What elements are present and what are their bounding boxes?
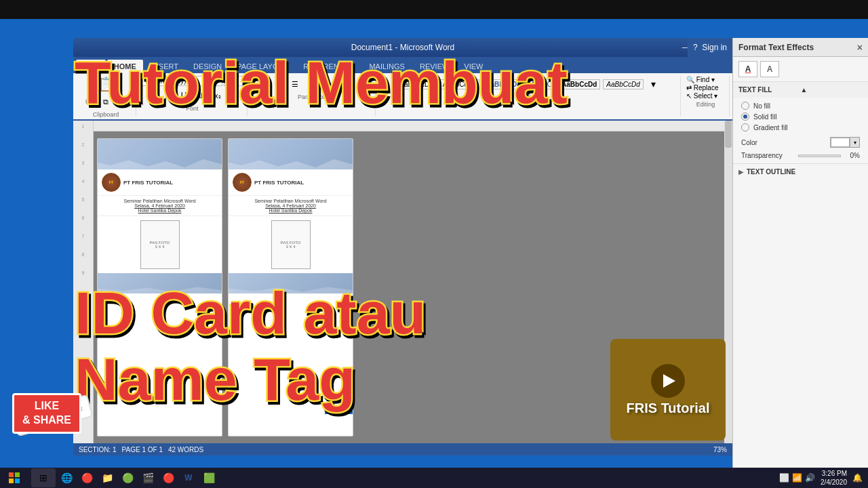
card1-company-row: FT PT FRIS TUTORIAL [98,169,222,196]
card2-footer-wave [229,285,353,293]
card2-date: Selasa, 4 Februari 2020 [233,203,349,208]
align-center-button[interactable]: ≡ [321,76,337,92]
superscript-button[interactable]: x² [226,87,243,104]
peserta-badge: PESERTA [325,407,353,414]
card2-company-name: PT FRIS TUTORIAL [254,180,304,186]
text-fill-icon[interactable]: A [738,61,757,77]
solid-fill-option[interactable]: Solid fill [741,113,860,121]
no-fill-label: No fill [753,102,770,110]
transparency-slider[interactable] [798,155,841,157]
style-normal[interactable]: AaBbCcDd [396,79,436,89]
bold-button[interactable]: B [142,87,158,104]
copy-button[interactable]: ⧉ [98,94,114,110]
paste-button[interactable]: 📋 [98,76,114,92]
card2-logo: FT [233,173,252,192]
color-swatch[interactable] [830,137,850,148]
taskbar: ⊞ 🌐 🔴 📁 🟢 🎬 🔴 W 🟩 ⬜ 📶 🔊 3:26 PM 2/4/2020… [0,468,868,488]
select-button[interactable]: ↖ Select ▾ [686,92,725,100]
taskbar-volume-icon: 🔊 [805,473,815,483]
font-family-dropdown[interactable]: Calibri (Body) [142,76,222,86]
taskbar-time-text: 3:26 PM [821,469,847,478]
color-dropdown[interactable]: ▾ [850,137,860,148]
share-text: & SHARE [22,413,71,428]
gradient-fill-radio[interactable] [741,123,749,131]
fris-logo-circle [651,364,685,398]
card1-header [98,139,222,169]
status-page: PAGE 1 OF 1 [122,446,163,453]
taskbar-opera-icon[interactable]: 🔴 [77,468,96,487]
underline-button[interactable]: U [176,87,192,104]
card1-date: Selasa, 4 Februari 2020 [102,203,218,208]
word-title-bar: Document1 - Microsoft Word ─ □ ✕ [73,38,732,57]
tab-file[interactable]: FILE [76,60,106,73]
transparency-label: Transparency [741,152,795,159]
text-fill-content: No fill Solid fill Gradient fill Color ▾ [733,98,868,163]
tab-insert[interactable]: INSERT [144,60,185,73]
like-share-container: LIKE & SHARE [12,393,81,434]
taskbar-chrome-icon[interactable]: 🟢 [118,468,137,487]
italic-button[interactable]: I [159,87,175,104]
card1-hotel: Hotel Santika Depok [102,208,218,213]
strikethrough-button[interactable]: ab [193,87,209,104]
panel-title: Format Text Effects [738,43,814,52]
styles-group: AaBbCcDd AaBbCcDd AaBbCcDd AaBbC AaBbCcD… [377,76,681,117]
transparency-row: Transparency 0% [741,152,860,159]
style-strong[interactable]: AaBbCcDd [558,79,600,89]
style-heading2[interactable]: AaBbC [527,79,555,89]
tab-mailings[interactable]: MAILINGS [362,60,412,73]
cut-button[interactable]: ✂ [80,94,96,110]
numbering-button[interactable]: ① [270,76,286,92]
no-fill-radio[interactable] [741,102,749,110]
tab-review[interactable]: REVIEW [413,60,456,73]
card2-info: Seminar Pelatihan Microsoft Word Selasa,… [229,196,353,216]
taskbar-pinned-icons: ⊞ 🌐 🔴 📁 🟢 🎬 🔴 W 🟩 [28,468,221,487]
font-group: Calibri (Body) 11 B I U ab x₂ x² Font [138,76,248,117]
tab-page-layout[interactable]: PAGE LAYOUT [230,60,295,73]
taskbar-premiere-icon[interactable]: 🎬 [138,468,157,487]
style-quote[interactable]: AaBbCcDd [603,79,643,89]
sign-in-link[interactable]: Sign in [702,43,727,52]
id-card-2: FT PT FRIS TUTORIAL Seminar Pelatihan Mi… [228,138,353,436]
tab-view[interactable]: VIEW [457,60,490,73]
find-button[interactable]: 🔍 Find ▾ [686,76,725,83]
align-right-button[interactable]: ➡ [338,76,354,92]
win-logo-yellow [9,479,14,483]
taskbar-codeblocks-icon[interactable]: 🟩 [199,468,218,487]
replace-button[interactable]: ⇄ Replace [686,84,725,92]
card2-company-row: FT PT FRIS TUTORIAL [229,169,353,196]
text-effect-icon[interactable]: A [760,61,779,77]
taskbar-notification-icon[interactable]: 🔔 [852,473,863,483]
taskbar-search-icon[interactable]: ⊞ [31,468,56,487]
panel-close-button[interactable]: × [857,42,863,53]
scroll-thumb[interactable] [725,121,732,148]
solid-fill-radio[interactable] [741,113,749,121]
gradient-fill-option[interactable]: Gradient fill [741,123,860,131]
styles-more-button[interactable]: ▾ [646,76,662,92]
subscript-button[interactable]: x₂ [210,87,226,104]
taskbar-ie-icon[interactable]: 🌐 [57,468,76,487]
solid-fill-label: Solid fill [753,113,776,121]
text-outline-section[interactable]: ▶ TEXT OUTLINE [733,164,868,180]
color-label: Color [741,139,830,146]
win-logo-red [9,472,14,477]
tab-references[interactable]: REFERENCES [296,60,361,73]
style-no-spacing[interactable]: AaBbCcDd [439,79,479,89]
taskbar-acrobat-icon[interactable]: 🔴 [159,468,178,487]
no-fill-option[interactable]: No fill [741,102,860,110]
align-left-button[interactable]: ⬅ [304,76,320,92]
justify-button[interactable]: ☰ [355,76,371,92]
tab-home[interactable]: HOME [107,60,143,73]
font-size-dropdown[interactable]: 11 [224,76,243,86]
tab-design[interactable]: DESIGN [186,60,229,73]
taskbar-explorer-icon[interactable]: 📁 [98,468,117,487]
horizontal-ruler [94,121,724,131]
start-button[interactable] [0,468,28,488]
like-text: LIKE [22,399,71,413]
multilevel-button[interactable]: ☰ [287,76,303,92]
text-fill-header[interactable]: TEXT FILL ▲ [733,82,868,98]
style-heading1[interactable]: AaBbCcDd [482,79,524,89]
help-area[interactable]: ? Sign in [688,38,732,57]
format-painter-button[interactable]: 🖌 [115,94,132,110]
taskbar-word-icon[interactable]: W [179,468,198,487]
bullets-button[interactable]: ≡ [253,76,269,92]
